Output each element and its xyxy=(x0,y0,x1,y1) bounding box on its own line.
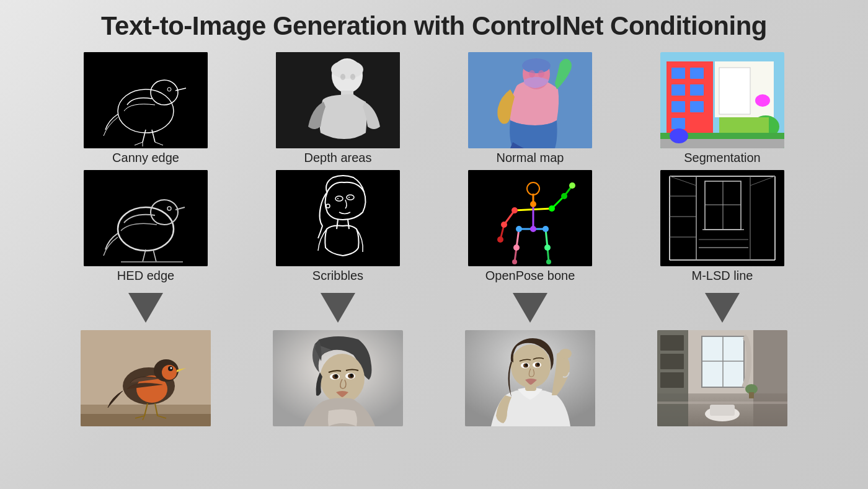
svg-point-89 xyxy=(546,259,551,264)
svg-point-37 xyxy=(331,60,363,79)
output-bird-image xyxy=(81,330,211,426)
svg-point-57 xyxy=(350,374,353,377)
hed-edge-image xyxy=(84,170,208,266)
segmentation-sub: Segmentation xyxy=(660,52,784,288)
normal-sub: Normal map xyxy=(468,52,592,288)
svg-point-27 xyxy=(170,367,172,369)
svg-rect-154 xyxy=(710,405,735,416)
svg-rect-111 xyxy=(671,118,685,129)
svg-rect-156 xyxy=(749,392,754,398)
output-woman-box xyxy=(465,330,595,426)
top-pair-bird: Canny edge xyxy=(84,52,208,288)
svg-point-88 xyxy=(544,244,551,251)
svg-rect-105 xyxy=(671,68,685,79)
openpose-box xyxy=(468,170,592,266)
column-pose: Normal map xyxy=(434,52,626,426)
depth-sub: Depth areas xyxy=(276,52,400,288)
svg-rect-10 xyxy=(84,170,208,266)
svg-rect-152 xyxy=(753,330,787,426)
canny-sub: Canny edge xyxy=(84,52,208,288)
svg-rect-157 xyxy=(657,402,787,404)
svg-point-117 xyxy=(755,94,770,107)
depth-areas-box xyxy=(276,52,400,148)
svg-point-91 xyxy=(512,259,517,264)
svg-point-62 xyxy=(529,70,535,78)
output-girl-image xyxy=(273,330,403,426)
svg-rect-0 xyxy=(84,52,208,148)
arrow-col2 xyxy=(321,293,355,323)
svg-point-101 xyxy=(525,364,528,367)
svg-point-38 xyxy=(340,74,345,80)
svg-point-47 xyxy=(348,197,350,198)
column-room: Segmentation xyxy=(626,52,818,426)
mlsd-box xyxy=(660,170,784,266)
mlsd-line-label: M-LSD line xyxy=(692,269,753,283)
svg-point-78 xyxy=(530,201,536,207)
hed-edge-box xyxy=(84,170,208,266)
depth-areas-label: Depth areas xyxy=(304,151,372,165)
svg-point-96 xyxy=(559,349,572,359)
svg-rect-121 xyxy=(660,170,784,266)
column-bird: Canny edge xyxy=(50,52,242,426)
top-pair-room: Segmentation xyxy=(660,52,784,288)
output-room-box xyxy=(657,330,787,426)
openpose-bone-label: OpenPose bone xyxy=(485,269,575,283)
depth-areas-image xyxy=(276,52,400,148)
svg-point-39 xyxy=(350,74,355,80)
svg-rect-21 xyxy=(81,414,211,426)
svg-point-82 xyxy=(569,182,575,189)
arrow-col1 xyxy=(128,293,163,323)
svg-point-56 xyxy=(335,374,338,378)
svg-point-61 xyxy=(522,58,551,73)
canny-edge-image xyxy=(84,52,208,148)
svg-rect-108 xyxy=(690,84,704,96)
page-title: Text-to-Image Generation with ControlNet… xyxy=(101,11,767,41)
mlsd-image xyxy=(660,170,784,266)
normal-map-image xyxy=(468,52,592,148)
segmentation-image xyxy=(660,52,784,148)
canny-edge-label: Canny edge xyxy=(112,151,179,165)
scribbles-image xyxy=(276,170,400,266)
svg-point-63 xyxy=(538,70,544,78)
main-content: Canny edge xyxy=(0,52,868,426)
output-room-image xyxy=(657,330,787,426)
svg-point-120 xyxy=(670,128,688,143)
svg-point-80 xyxy=(549,205,555,212)
svg-rect-110 xyxy=(690,101,704,112)
arrow-col3 xyxy=(513,293,547,323)
svg-point-83 xyxy=(501,222,507,228)
canny-edge-box xyxy=(84,52,208,148)
output-girl-box xyxy=(273,330,403,426)
svg-rect-144 xyxy=(660,335,684,351)
svg-point-86 xyxy=(516,226,522,232)
normal-map-box xyxy=(468,52,592,148)
segmentation-box xyxy=(660,52,784,148)
column-depth: Depth areas xyxy=(242,52,434,426)
normal-map-label: Normal map xyxy=(497,151,564,165)
openpose-image xyxy=(468,170,592,266)
svg-point-46 xyxy=(337,198,339,199)
scribbles-box xyxy=(276,170,400,266)
svg-rect-40 xyxy=(276,170,400,266)
output-woman-image xyxy=(465,330,595,426)
svg-point-87 xyxy=(542,226,549,232)
svg-point-79 xyxy=(512,207,518,213)
svg-point-84 xyxy=(497,236,503,243)
svg-rect-107 xyxy=(671,84,685,96)
svg-rect-106 xyxy=(690,68,704,79)
svg-rect-113 xyxy=(719,68,750,114)
top-pair-depth: Depth areas xyxy=(276,52,400,288)
output-bird-box xyxy=(81,330,211,426)
scribbles-label: Scribbles xyxy=(312,269,363,283)
svg-rect-145 xyxy=(660,354,684,369)
segmentation-label: Segmentation xyxy=(684,151,760,165)
svg-point-85 xyxy=(530,226,536,232)
hed-edge-label: HED edge xyxy=(117,269,174,283)
svg-point-102 xyxy=(537,363,539,366)
top-pair-pose: Normal map xyxy=(468,52,592,288)
svg-rect-146 xyxy=(660,372,684,388)
svg-point-81 xyxy=(561,193,567,199)
arrow-col4 xyxy=(705,293,740,323)
svg-rect-109 xyxy=(671,101,685,112)
svg-point-90 xyxy=(513,244,520,251)
